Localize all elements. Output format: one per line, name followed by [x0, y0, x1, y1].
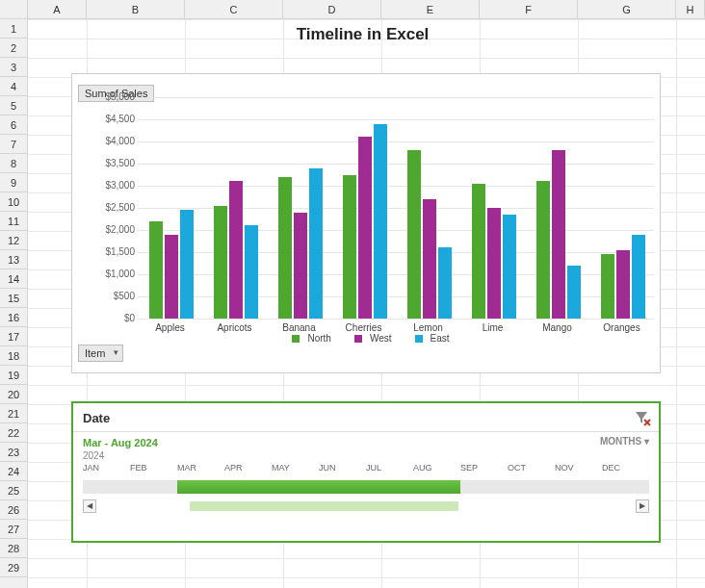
- bar[interactable]: [632, 235, 645, 319]
- row-header[interactable]: 13: [0, 250, 27, 269]
- bar[interactable]: [423, 199, 436, 319]
- page-title: Timeline in Excel: [28, 25, 697, 44]
- bar[interactable]: [165, 235, 178, 319]
- legend-item[interactable]: North: [284, 333, 330, 344]
- select-all-corner[interactable]: [0, 0, 28, 19]
- bar[interactable]: [214, 206, 227, 319]
- bar[interactable]: [503, 215, 516, 319]
- row-header[interactable]: 5: [0, 96, 27, 115]
- x-axis-label: Oranges: [589, 322, 654, 333]
- timeline-track[interactable]: [83, 480, 649, 494]
- row-header[interactable]: 25: [0, 481, 27, 500]
- timeline-month-label: JAN: [83, 463, 99, 473]
- timeline-title: Date: [83, 411, 110, 425]
- timeline-year: 2024: [73, 450, 659, 461]
- timeline-month-label: JUL: [366, 463, 381, 473]
- bar[interactable]: [180, 210, 194, 319]
- field-button-axis[interactable]: Item: [78, 345, 123, 362]
- bar[interactable]: [567, 266, 581, 319]
- x-axis-label: Lime: [460, 322, 525, 333]
- bar[interactable]: [309, 168, 323, 319]
- bar[interactable]: [358, 137, 372, 319]
- row-header[interactable]: 27: [0, 520, 27, 539]
- y-axis-label: $0: [101, 313, 135, 323]
- timeline-range-label: Mar - Aug 2024: [83, 437, 158, 448]
- row-header[interactable]: 8: [0, 154, 27, 173]
- bar[interactable]: [438, 247, 452, 319]
- timeline-month-label: APR: [224, 463, 243, 473]
- bar[interactable]: [407, 150, 421, 319]
- bar[interactable]: [294, 213, 307, 319]
- timeline-month-label: AUG: [413, 463, 432, 473]
- bar[interactable]: [487, 208, 501, 319]
- column-header[interactable]: A: [28, 0, 87, 19]
- row-header[interactable]: 23: [0, 443, 27, 462]
- y-axis-label: $3,000: [101, 180, 135, 191]
- bar[interactable]: [472, 184, 485, 319]
- legend-item[interactable]: East: [407, 333, 450, 344]
- row-header[interactable]: 22: [0, 423, 27, 443]
- timeline-selection[interactable]: [177, 480, 460, 494]
- column-header[interactable]: F: [480, 0, 578, 19]
- y-axis-label: $2,500: [101, 202, 135, 213]
- timeline-level-selector[interactable]: MONTHS ▾: [600, 436, 649, 447]
- column-header[interactable]: E: [381, 0, 480, 19]
- row-header[interactable]: 10: [0, 192, 27, 212]
- bar[interactable]: [245, 225, 258, 319]
- y-axis-label: $4,500: [101, 114, 135, 124]
- timeline-scrollbar-thumb[interactable]: [190, 501, 458, 511]
- scroll-right-button[interactable]: ▶: [636, 499, 649, 513]
- bar[interactable]: [601, 254, 614, 319]
- row-header[interactable]: 11: [0, 212, 27, 231]
- legend-item[interactable]: West: [347, 333, 392, 344]
- row-header[interactable]: 2: [0, 38, 27, 58]
- row-header[interactable]: 7: [0, 135, 27, 154]
- row-header[interactable]: 1: [0, 19, 27, 38]
- bar[interactable]: [149, 221, 163, 319]
- x-axis-label: Apples: [138, 322, 202, 333]
- row-header[interactable]: 21: [0, 404, 27, 423]
- timeline-slicer[interactable]: Date Mar - Aug 2024 MONTHS ▾ 2024 JANFEB…: [71, 401, 661, 543]
- bar[interactable]: [229, 181, 243, 319]
- column-header[interactable]: D: [283, 0, 381, 19]
- row-header[interactable]: 26: [0, 500, 27, 520]
- y-axis-label: $1,500: [101, 246, 135, 257]
- x-axis-label: Cherries: [331, 322, 396, 333]
- bar[interactable]: [616, 250, 630, 319]
- bar[interactable]: [374, 124, 387, 319]
- pivot-chart[interactable]: Sum of Sales Item NorthWestEast $0$500$1…: [71, 73, 661, 373]
- row-header[interactable]: 18: [0, 346, 27, 366]
- bar[interactable]: [278, 177, 292, 319]
- x-axis-label: Lemon: [396, 322, 460, 333]
- row-header[interactable]: 14: [0, 269, 27, 289]
- row-header[interactable]: 29: [0, 558, 27, 577]
- row-header[interactable]: 3: [0, 58, 27, 77]
- timeline-month-label: NOV: [555, 463, 574, 473]
- x-axis-label: Mango: [525, 322, 589, 333]
- row-header[interactable]: 19: [0, 366, 27, 385]
- column-header[interactable]: C: [185, 0, 283, 19]
- timeline-month-label: FEB: [130, 463, 147, 473]
- y-axis-label: $500: [101, 291, 135, 301]
- row-header[interactable]: 16: [0, 308, 27, 327]
- column-header[interactable]: G: [578, 0, 676, 19]
- column-header[interactable]: H: [676, 0, 705, 19]
- row-header[interactable]: 24: [0, 462, 27, 481]
- chart-legend: NorthWestEast: [72, 333, 662, 344]
- column-header[interactable]: B: [87, 0, 185, 19]
- y-axis-label: $5,000: [101, 91, 135, 102]
- row-header[interactable]: 28: [0, 539, 27, 558]
- row-header[interactable]: 20: [0, 385, 27, 404]
- row-header[interactable]: 9: [0, 173, 27, 192]
- row-header[interactable]: 17: [0, 327, 27, 346]
- row-header[interactable]: 4: [0, 77, 27, 96]
- bar[interactable]: [536, 181, 550, 319]
- bar[interactable]: [343, 175, 356, 320]
- clear-filter-icon[interactable]: [634, 409, 651, 426]
- row-header[interactable]: 6: [0, 115, 27, 135]
- row-header[interactable]: 12: [0, 231, 27, 250]
- row-header[interactable]: 15: [0, 289, 27, 308]
- timeline-month-label: MAY: [272, 463, 290, 473]
- scroll-left-button[interactable]: ◀: [83, 499, 96, 513]
- bar[interactable]: [552, 150, 565, 319]
